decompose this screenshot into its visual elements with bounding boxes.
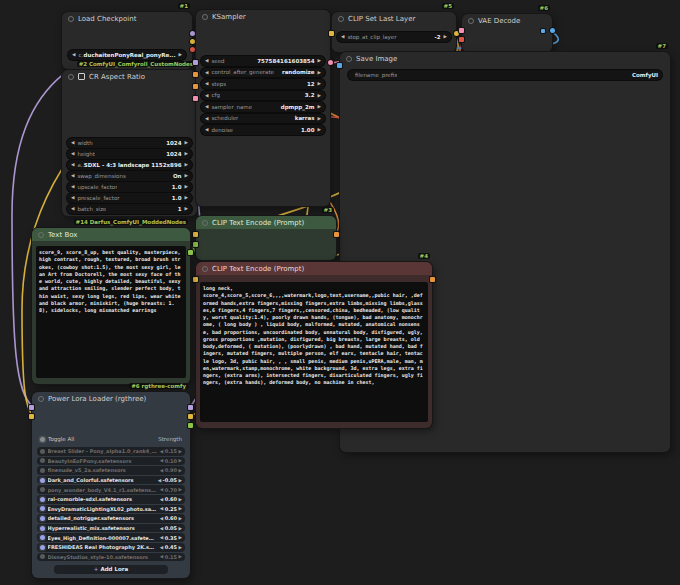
decrement-arrow[interactable]: ◀ bbox=[160, 526, 163, 531]
increment-arrow[interactable]: ▶ bbox=[185, 195, 188, 200]
clip-output-dot[interactable] bbox=[188, 414, 193, 419]
widget-stop-at-clip-layer[interactable]: ◀ stop_at_clip_layer -2 ▶ bbox=[337, 32, 451, 42]
decrement-arrow[interactable]: ◀ bbox=[160, 516, 163, 521]
increment-arrow[interactable]: ▶ bbox=[179, 449, 182, 454]
widget-batch-size[interactable]: ◀ batch_size 1 ▶ bbox=[67, 204, 192, 214]
node-clip-text-encode-positive[interactable]: #3 CLIP Text Encode (Prompt) bbox=[196, 216, 336, 260]
widget-prescale-factor[interactable]: ◀ prescale_factor 1.0 ▶ bbox=[67, 193, 192, 203]
widget-sampler-name[interactable]: ◀ sampler_name dpmpp_2m ▶ bbox=[201, 102, 325, 112]
lora-toggle[interactable] bbox=[40, 516, 45, 521]
decrement-arrow[interactable]: ◀ bbox=[205, 93, 208, 98]
collapse-dot[interactable] bbox=[68, 16, 74, 22]
decrement-arrow[interactable]: ◀ bbox=[205, 104, 208, 109]
widget-scheduler[interactable]: ◀ scheduler karras ▶ bbox=[201, 114, 325, 124]
decrement-arrow[interactable]: ◀ bbox=[160, 506, 163, 511]
images-input-dot[interactable] bbox=[337, 63, 342, 68]
decrement-arrow[interactable]: ◀ bbox=[205, 116, 208, 121]
clip-input-dot[interactable] bbox=[193, 232, 198, 237]
lora-row[interactable]: BeautyInEoFPony.safetensors ◀0.10▶ bbox=[37, 457, 185, 466]
lora-toggle[interactable] bbox=[40, 535, 45, 540]
negative-input-dot[interactable] bbox=[193, 84, 198, 89]
lora-toggle[interactable] bbox=[40, 526, 45, 531]
widget-swap-dimensions[interactable]: ◀ swap_dimensions On ▶ bbox=[67, 171, 192, 181]
conditioning-output-dot[interactable] bbox=[334, 232, 339, 237]
collapse-dot[interactable] bbox=[68, 74, 74, 80]
collapse-dot[interactable] bbox=[468, 18, 474, 24]
node-text-box[interactable]: #14 Darfus_ComfyUI_ModdedNodes Text Box … bbox=[32, 228, 190, 384]
clip-input-dot[interactable] bbox=[329, 31, 334, 36]
collapse-dot[interactable] bbox=[202, 220, 208, 226]
lora-toggle[interactable] bbox=[40, 506, 45, 511]
decrement-arrow[interactable]: ◀ bbox=[160, 468, 163, 473]
positive-input-dot[interactable] bbox=[193, 72, 198, 77]
decrement-arrow[interactable]: ◀ bbox=[71, 151, 74, 156]
vae-input-dot[interactable] bbox=[459, 37, 464, 42]
decrement-arrow[interactable]: ◀ bbox=[205, 58, 208, 63]
node-title-bar[interactable]: Power Lora Loader (rgthree) bbox=[32, 392, 190, 405]
collapse-dot[interactable] bbox=[338, 16, 344, 22]
lora-row[interactable]: DisneyStudios_style-10.safetensors ◀0.15… bbox=[37, 553, 185, 562]
negative-prompt-textarea[interactable]: long neck, score_4,score_5,score_6,,,,wa… bbox=[200, 282, 428, 422]
node-title-bar[interactable]: Load Checkpoint bbox=[62, 12, 192, 25]
collapse-dot[interactable] bbox=[38, 396, 44, 402]
clip-input-dot[interactable] bbox=[29, 414, 34, 419]
decrement-arrow[interactable]: ◀ bbox=[160, 497, 163, 502]
lora-toggle[interactable] bbox=[40, 545, 45, 550]
lora-row[interactable]: FRESHIDEAS Real Photography 2K.safetenso… bbox=[37, 543, 185, 552]
lora-row[interactable]: Eyes_High_Definition-000007.safetensors … bbox=[37, 533, 185, 542]
widget-cfg[interactable]: ◀ cfg 3.2 ▶ bbox=[201, 91, 325, 101]
collapse-dot[interactable] bbox=[202, 14, 208, 20]
lora-row[interactable]: detailed_notrigger.safetensors ◀0.60▶ bbox=[37, 514, 185, 523]
node-title-bar[interactable]: VAE Decode bbox=[462, 14, 552, 27]
add-lora-button[interactable]: + Add Lora bbox=[54, 565, 168, 575]
decrement-arrow[interactable]: ◀ bbox=[71, 184, 74, 189]
clip-input-dot[interactable] bbox=[193, 277, 198, 282]
lora-row[interactable]: Hyperrealistic_mix.safetensors ◀0.05▶ bbox=[37, 524, 185, 533]
increment-arrow[interactable]: ▶ bbox=[318, 93, 321, 98]
lora-toggle[interactable] bbox=[40, 449, 45, 454]
decrement-arrow[interactable]: ◀ bbox=[205, 70, 208, 75]
node-graph-canvas[interactable]: #1 Load Checkpoint ◀ ckpt_name duchaiten… bbox=[0, 0, 680, 585]
node-ksampler[interactable]: KSampler ◀ seed 757584161603854 ▶ ◀ cont… bbox=[196, 10, 330, 206]
increment-arrow[interactable]: ▶ bbox=[179, 535, 182, 540]
latent-output-dot[interactable] bbox=[328, 60, 333, 65]
node-vae-decode[interactable]: #6 VAE Decode bbox=[462, 14, 552, 52]
increment-arrow[interactable]: ▶ bbox=[185, 173, 188, 178]
widget-control-after-generate[interactable]: ◀ control_after_generate randomize ▶ bbox=[201, 68, 325, 78]
model-input-dot[interactable] bbox=[29, 405, 34, 410]
text-output-dot[interactable] bbox=[188, 250, 193, 255]
decrement-arrow[interactable]: ◀ bbox=[158, 478, 161, 483]
decrement-arrow[interactable]: ◀ bbox=[205, 127, 208, 132]
samples-input-dot[interactable] bbox=[459, 28, 464, 33]
node-title-bar[interactable]: KSampler bbox=[196, 10, 330, 23]
increment-arrow[interactable]: ▶ bbox=[185, 206, 188, 211]
collapse-dot[interactable] bbox=[346, 56, 352, 62]
decrement-arrow[interactable]: ◀ bbox=[71, 140, 74, 145]
increment-arrow[interactable]: ▶ bbox=[318, 116, 321, 121]
decrement-arrow[interactable]: ◀ bbox=[71, 206, 74, 211]
increment-arrow[interactable]: ▶ bbox=[179, 478, 182, 483]
decrement-arrow[interactable]: ◀ bbox=[160, 458, 163, 463]
lora-toggle[interactable] bbox=[40, 478, 45, 483]
model-input-dot[interactable] bbox=[193, 60, 198, 65]
decrement-arrow[interactable]: ◀ bbox=[72, 52, 75, 57]
decrement-arrow[interactable]: ◀ bbox=[71, 162, 74, 167]
model-output-dot[interactable] bbox=[190, 31, 195, 36]
increment-arrow[interactable]: ▶ bbox=[318, 58, 321, 63]
node-clip-text-encode-negative[interactable]: #4 CLIP Text Encode (Prompt) long neck, … bbox=[196, 262, 432, 428]
lora-row[interactable]: Dark_and_Colorful.safetensors ◀-0.05▶ bbox=[37, 476, 185, 485]
conditioning-output-dot[interactable] bbox=[430, 277, 435, 282]
widget-height[interactable]: ◀ height 1024 ▶ bbox=[67, 149, 192, 159]
lora-row[interactable]: pony_wonder_body_V4.1_r1.safetensors ◀0.… bbox=[37, 485, 185, 494]
increment-arrow[interactable]: ▶ bbox=[185, 151, 188, 156]
image-output-dot[interactable] bbox=[550, 28, 555, 33]
increment-arrow[interactable]: ▶ bbox=[179, 545, 182, 550]
node-title-bar[interactable]: Text Box bbox=[32, 228, 190, 241]
decrement-arrow[interactable]: ◀ bbox=[160, 449, 163, 454]
lora-row[interactable]: finenude_v5_2a.safetensors ◀0.90▶ bbox=[37, 466, 185, 475]
increment-arrow[interactable]: ▶ bbox=[179, 554, 182, 559]
node-title-bar[interactable]: CLIP Text Encode (Prompt) bbox=[196, 262, 432, 275]
increment-arrow[interactable]: ▶ bbox=[318, 127, 321, 132]
increment-arrow[interactable]: ▶ bbox=[444, 34, 447, 39]
node-title-bar[interactable]: CLIP Text Encode (Prompt) bbox=[196, 216, 336, 229]
